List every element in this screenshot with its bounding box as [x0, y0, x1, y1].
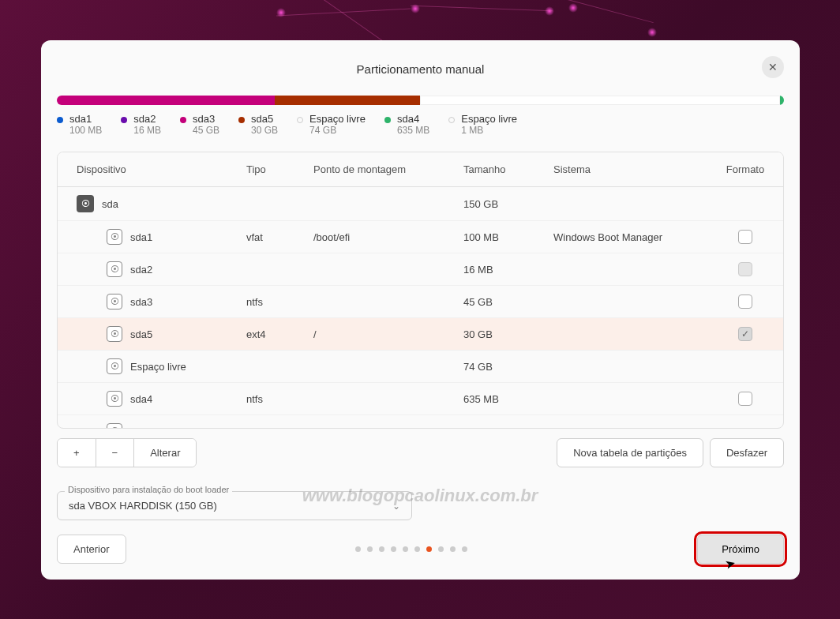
step-dot — [450, 546, 456, 552]
bootloader-select[interactable]: sda VBOX HARDDISK (150 GB) ⌄ — [57, 491, 412, 520]
new-partition-table-button[interactable]: Nova tabela de partições — [557, 438, 703, 467]
table-header-row: Dispositivo Tipo Ponto de montagem Taman… — [58, 152, 783, 187]
partition-toolbar: + − Alterar Nova tabela de partições Des… — [57, 438, 784, 467]
disk-icon: ⦿ — [77, 195, 94, 212]
dialog-footer: Anterior Próximo — [57, 535, 784, 564]
legend-item: sda530 GB — [238, 113, 278, 136]
format-checkbox[interactable] — [738, 294, 752, 309]
remove-partition-button[interactable]: − — [96, 439, 135, 467]
step-dots — [355, 546, 467, 552]
next-button[interactable]: Próximo — [697, 535, 784, 564]
plus-icon: + — [73, 447, 80, 459]
step-dot — [426, 546, 432, 552]
partitioning-dialog: Particionamento manual ✕ sda1100 MBsda21… — [41, 40, 800, 580]
step-dot — [379, 546, 384, 552]
table-row[interactable]: ⦿Espaço livre74 GB — [58, 351, 783, 383]
legend-item: sda345 GB — [180, 113, 219, 136]
bootloader-value: sda VBOX HARDDISK (150 GB) — [69, 500, 217, 512]
partition-table: Dispositivo Tipo Ponto de montagem Taman… — [57, 152, 784, 429]
legend-item: Espaço livre74 GB — [297, 113, 366, 136]
format-checkbox — [738, 262, 752, 276]
format-checkbox[interactable]: ✓ — [738, 327, 752, 341]
partition-legend: sda1100 MBsda216 MBsda345 GBsda530 GBEsp… — [57, 113, 784, 136]
dialog-title: Particionamento manual — [357, 62, 485, 76]
bootloader-section: Dispositivo para instalação do boot load… — [57, 477, 412, 520]
legend-item: sda1100 MB — [57, 113, 102, 136]
table-row[interactable]: ⦿Espaço livre1 MB — [58, 415, 783, 428]
step-dot — [414, 546, 420, 552]
step-dot — [367, 546, 373, 552]
step-dot — [438, 546, 444, 552]
col-header-device: Dispositivo — [77, 163, 246, 175]
change-partition-button[interactable]: Alterar — [134, 439, 196, 467]
table-row[interactable]: ⦿sda1vfat/boot/efi100 MBWindows Boot Man… — [58, 221, 783, 253]
table-row[interactable]: ⦿sda150 GB — [58, 187, 783, 221]
undo-button[interactable]: Desfazer — [710, 438, 784, 467]
partition-edit-group: + − Alterar — [57, 438, 197, 467]
disk-usage-bar — [57, 96, 784, 105]
disk-icon: ⦿ — [107, 358, 122, 374]
legend-item: sda4635 MB — [384, 113, 429, 136]
step-dot — [462, 546, 467, 552]
bootloader-label: Dispositivo para instalação do boot load… — [65, 485, 232, 494]
disk-icon: ⦿ — [107, 229, 122, 245]
col-header-system: Sistema — [553, 163, 726, 175]
step-dot — [391, 546, 396, 552]
format-checkbox[interactable] — [738, 230, 752, 244]
step-dot — [403, 546, 408, 552]
disk-icon: ⦿ — [107, 326, 122, 342]
col-header-format: Formato — [726, 163, 764, 175]
add-partition-button[interactable]: + — [58, 439, 96, 467]
table-row[interactable]: ⦿sda4ntfs635 MB — [58, 383, 783, 415]
table-body[interactable]: ⦿sda150 GB⦿sda1vfat/boot/efi100 MBWindow… — [58, 187, 783, 428]
step-dot — [355, 546, 361, 552]
close-icon: ✕ — [768, 61, 778, 73]
disk-icon: ⦿ — [107, 423, 122, 428]
col-header-type: Tipo — [246, 163, 313, 175]
table-row[interactable]: ⦿sda5ext4/30 GB✓ — [58, 318, 783, 351]
disk-icon: ⦿ — [107, 391, 122, 407]
col-header-mount: Ponto de montagem — [313, 163, 463, 175]
dialog-header: Particionamento manual ✕ — [57, 56, 784, 81]
disk-icon: ⦿ — [107, 261, 122, 277]
close-button[interactable]: ✕ — [762, 56, 784, 78]
legend-item: sda216 MB — [121, 113, 161, 136]
legend-item: Espaço livre1 MB — [448, 113, 517, 136]
table-row[interactable]: ⦿sda216 MB — [58, 253, 783, 286]
disk-icon: ⦿ — [107, 294, 122, 310]
back-button[interactable]: Anterior — [57, 535, 126, 564]
format-checkbox[interactable] — [738, 392, 752, 406]
chevron-down-icon: ⌄ — [392, 501, 400, 512]
table-row[interactable]: ⦿sda3ntfs45 GB — [58, 286, 783, 318]
col-header-size: Tamanho — [463, 163, 553, 175]
minus-icon: − — [112, 447, 118, 459]
